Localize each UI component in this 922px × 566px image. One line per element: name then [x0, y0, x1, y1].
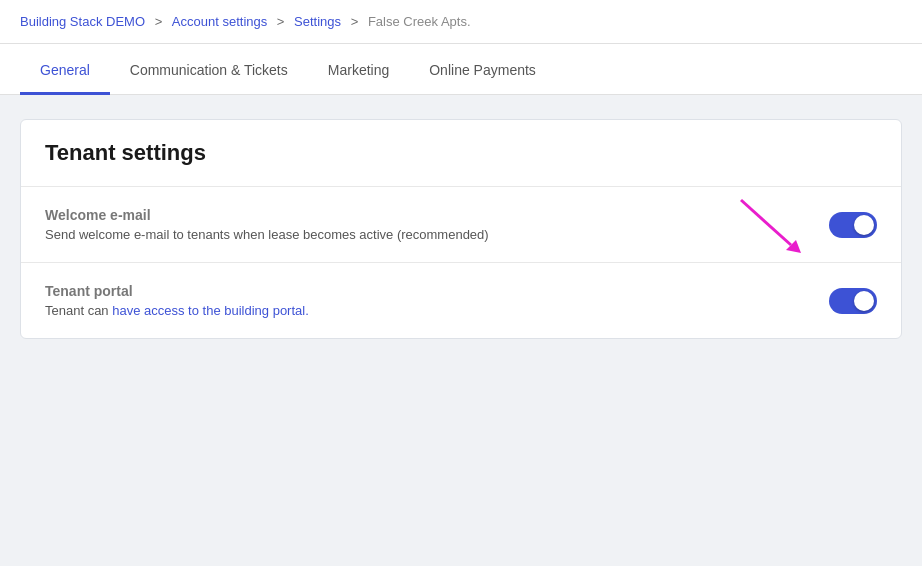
welcome-email-desc: Send welcome e-mail to tenants when leas…: [45, 227, 489, 242]
breadcrumb-account-settings[interactable]: Account settings: [172, 14, 267, 29]
card-header: Tenant settings: [21, 120, 901, 187]
welcome-email-label: Welcome e-mail: [45, 207, 489, 223]
breadcrumb-sep-1: >: [155, 14, 166, 29]
tenant-portal-label: Tenant portal: [45, 283, 309, 299]
breadcrumb-building-stack[interactable]: Building Stack DEMO: [20, 14, 145, 29]
tabs-bar: General Communication & Tickets Marketin…: [0, 44, 922, 95]
arrow-annotation: [731, 195, 811, 259]
breadcrumb-sep-2: >: [277, 14, 288, 29]
svg-marker-1: [786, 240, 801, 253]
breadcrumb-current: False Creek Apts.: [368, 14, 471, 29]
svg-line-0: [741, 200, 791, 245]
breadcrumb-sep-3: >: [351, 14, 362, 29]
welcome-email-text: Welcome e-mail Send welcome e-mail to te…: [45, 207, 489, 242]
page-content: Tenant settings Welcome e-mail Send welc…: [0, 95, 922, 363]
tab-communication[interactable]: Communication & Tickets: [110, 44, 308, 95]
tenant-portal-row: Tenant portal Tenant can have access to …: [21, 263, 901, 338]
tenant-portal-text: Tenant portal Tenant can have access to …: [45, 283, 309, 318]
tenant-portal-toggle-knob: [854, 291, 874, 311]
tenant-portal-toggle-wrapper: [829, 288, 877, 314]
welcome-email-toggle[interactable]: [829, 212, 877, 238]
tab-marketing[interactable]: Marketing: [308, 44, 409, 95]
breadcrumb: Building Stack DEMO > Account settings >…: [0, 0, 922, 44]
tab-online-payments[interactable]: Online Payments: [409, 44, 556, 95]
tenant-portal-desc: Tenant can have access to the building p…: [45, 303, 309, 318]
tab-general[interactable]: General: [20, 44, 110, 95]
welcome-email-toggle-wrapper: [829, 212, 877, 238]
breadcrumb-settings[interactable]: Settings: [294, 14, 341, 29]
tenant-portal-toggle[interactable]: [829, 288, 877, 314]
tenant-portal-desc-highlight: have access to the building portal.: [112, 303, 309, 318]
card-title: Tenant settings: [45, 140, 877, 166]
tenant-settings-card: Tenant settings Welcome e-mail Send welc…: [20, 119, 902, 339]
welcome-email-row: Welcome e-mail Send welcome e-mail to te…: [21, 187, 901, 263]
arrow-icon: [731, 195, 811, 255]
welcome-email-toggle-knob: [854, 215, 874, 235]
